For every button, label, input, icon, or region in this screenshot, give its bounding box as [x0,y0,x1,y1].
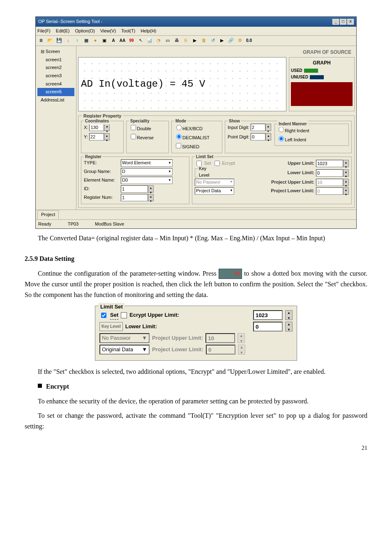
trash-icon[interactable]: 🗑 [200,37,208,44]
point-digit-input[interactable] [251,133,265,140]
go-icon[interactable]: ▶ [218,37,226,44]
double-checkbox[interactable] [131,125,136,130]
tree-screen1[interactable]: screen1 [37,56,74,64]
show-title: Show [228,118,241,124]
upper-limit-input[interactable] [316,160,343,167]
down-arrow-icon[interactable]: ↓ [65,37,72,44]
panel-project-upper-limit-spinner: ▲▼ [238,333,245,343]
panel-project-upper-limit-input [205,333,235,343]
menu-tool[interactable]: Tool(T) [121,28,135,33]
copy-icon[interactable]: ⎘ [182,37,189,44]
window-title: OP Serial--Screen Setting Tool - [38,18,102,25]
panel-lower-limit-input[interactable] [253,322,283,332]
project-upper-limit-input[interactable] [316,179,343,186]
lower-limit-input[interactable] [316,169,343,177]
left-indent-radio[interactable] [279,136,284,141]
screen-canvas[interactable]: AD In(voltage) = 45 V [78,57,286,111]
coordinates-title: Coordinates [84,118,110,124]
toolbar-99-icon: 99 [219,269,242,279]
show-group: Show Input Digit: ▲▼ Point Digit: ▲▼ Ind… [225,121,352,153]
heading-2-5-9: 2.5.9 Data Setting [25,253,367,264]
encrypt-bullet: Encrypt [38,381,367,392]
group-name-dropdown[interactable]: D▼ [121,168,173,175]
panel-upper-limit-spinner[interactable]: ▲▼ [285,310,293,320]
x-input[interactable] [89,124,104,131]
canvas-area: GRAPH OF SOURCE AD In(voltage) = 45 V GR… [76,46,356,210]
limit-set-title: Limit Set [195,154,214,160]
tree-screen5[interactable]: screen5 [37,88,74,96]
right-indent-radio[interactable] [279,127,284,132]
save-icon[interactable]: 💾 [55,37,63,44]
graph-label: GRAPH [291,59,353,67]
rect-icon[interactable]: ▭ [164,37,171,44]
play-icon[interactable]: ▶ [191,37,198,44]
paragraph-converted-data: The Converted Data= (original register d… [25,233,367,244]
menu-edit[interactable]: Edit(E) [56,28,70,33]
register-num-input[interactable] [121,194,148,201]
text-99-icon[interactable]: 99 [128,37,135,44]
menu-help[interactable]: Help(H) [141,28,156,33]
tree-root[interactable]: ⊟ Screen [37,48,74,56]
minimize-button[interactable]: _ [332,19,339,25]
ecrypt-checkbox[interactable] [214,161,220,166]
menu-view[interactable]: View(V) [100,28,116,33]
text-aa-icon[interactable]: AA [119,37,126,44]
limit-set-panel-title: Limit Set [99,303,125,311]
id-input[interactable] [121,185,148,193]
project-data-dropdown[interactable]: Project Data▼ [195,187,234,195]
type-dropdown[interactable]: Word Element▼ [121,159,173,167]
new-icon[interactable]: 🗎 [37,37,45,44]
menu-option[interactable]: Option(O) [75,28,95,33]
tree-screen2[interactable]: screen2 [37,64,74,72]
panel-no-password-dropdown[interactable]: No Passwor▼ [99,333,150,343]
up-arrow-icon[interactable]: ↑ [74,37,81,44]
project-lower-limit-input[interactable] [316,187,343,195]
pie-icon[interactable]: ◔ [155,37,162,44]
tree-addresslist[interactable]: AddressList [37,96,74,104]
coordinates-group: Coordinates X: ▲▼ Y: ▲▼ [81,121,124,153]
reverse-checkbox[interactable] [131,134,136,139]
menu-file[interactable]: File(F) [37,28,51,33]
panel-original-data-dropdown[interactable]: Original Data▼ [99,345,150,355]
maximize-button[interactable]: □ [340,19,346,25]
titlebar: OP Serial--Screen Setting Tool - _ □ X [36,17,356,27]
chart-icon[interactable]: 📊 [146,37,153,44]
app-window: OP Serial--Screen Setting Tool - _ □ X F… [35,16,357,229]
signed-checkbox[interactable] [176,143,181,148]
window-buttons: _ □ X [332,19,354,25]
page-number: 21 [25,444,367,453]
link-icon[interactable]: 🔗 [227,37,235,44]
legend-used: USED [291,67,353,74]
register-num-label: Register Num: [84,194,121,201]
tab-bar: Project [36,210,356,219]
hexbcd-radio[interactable] [176,125,182,130]
open-icon[interactable]: 📂 [46,37,54,44]
cursor-icon[interactable]: ↖ [137,37,144,44]
square-icon[interactable]: ▣ [101,37,108,44]
project-tab[interactable]: Project [37,210,59,219]
input-digit-input[interactable] [251,124,265,131]
grid-icon[interactable]: ▦ [83,37,90,44]
element-name-dropdown[interactable]: D0▼ [121,177,173,184]
type-label: TYPE: [84,159,121,167]
register-group: Register TYPE: Word Element▼ Group Name:… [81,157,189,204]
mode-title: Mode [174,118,187,124]
panel-ecrypt-checkbox[interactable] [121,312,127,318]
circle-icon[interactable]: ● [92,37,99,44]
y-input[interactable] [89,133,104,140]
panel-project-upper-limit-label: Project Upper Limit: [152,334,203,343]
tree-screen4[interactable]: screen4 [37,80,74,88]
panel-upper-limit-input[interactable] [253,310,283,320]
print-icon[interactable]: 🖶 [173,37,180,44]
gear-icon[interactable]: ⚙ [236,37,244,44]
panel-key-level-box: Key Level [99,322,123,331]
tree-screen3[interactable]: screen3 [37,72,74,80]
decimalist-radio[interactable] [176,134,182,139]
text-a-icon[interactable]: A [110,37,117,44]
close-button[interactable]: X [347,19,354,25]
panel-lower-limit-spinner[interactable]: ▲▼ [285,322,293,332]
refresh-icon[interactable]: ↺ [209,37,217,44]
no-password-dropdown[interactable]: No Passwor▼ [195,179,234,186]
panel-set-checkbox[interactable] [101,313,106,318]
id-label: ID: [84,185,121,193]
